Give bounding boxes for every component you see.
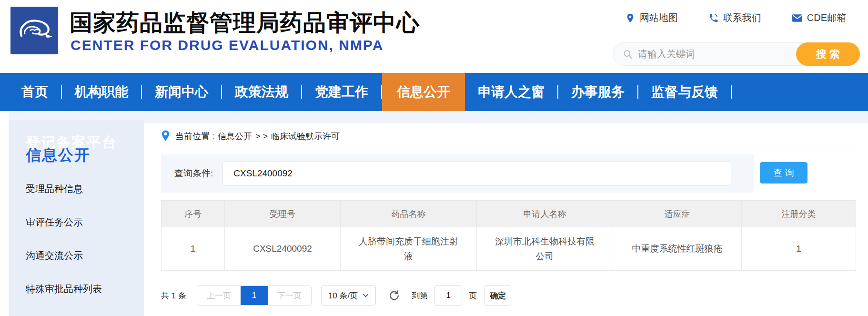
col-header-drug-name: 药品名称 (341, 201, 477, 227)
cde-logo (10, 7, 58, 54)
query-panel: 查询条件: (161, 154, 754, 193)
contact-label: 联系我们 (723, 11, 761, 24)
header-quick-links: 网站地图 联系我们 CDE邮箱 (625, 11, 846, 24)
breadcrumb-pin-icon (161, 130, 175, 143)
col-header-applicant: 申请人名称 (477, 201, 613, 227)
site-search-bar: 搜索 (613, 42, 860, 66)
sidebar-menu: 受理品种信息 审评任务公示 沟通交流公示 特殊审批品种列表 优先审评公示 (9, 172, 144, 316)
query-row: 查询条件: 查 询 (161, 154, 868, 193)
pagination-bar: 共 1 条 上一页 1 下一页 10 条/页 到第 页 确定 (161, 285, 868, 306)
query-condition-input[interactable] (222, 161, 731, 186)
query-condition-label: 查询条件: (174, 167, 213, 180)
chevron-down-icon (363, 291, 369, 300)
pager-group: 上一页 1 下一页 (197, 285, 312, 306)
nav-item-party-building[interactable]: 党建工作 (302, 73, 381, 111)
breadcrumb-section[interactable]: 信息公开 (218, 131, 252, 142)
prev-page-button[interactable]: 上一页 (197, 286, 241, 305)
nav-item-info-disclosure[interactable]: 信息公开 (382, 73, 465, 111)
sidebar-item-review-tasks[interactable]: 审评任务公示 (9, 205, 144, 239)
sidebar: 登记备案平台 信息公开 受理品种信息 审评任务公示 沟通交流公示 特殊审批品种列… (9, 120, 144, 316)
goto-page-input[interactable] (434, 285, 462, 306)
cell-drug-name: 人脐带间充质干细胞注射液 (341, 227, 477, 271)
site-subtitle: CENTER FOR DRUG EVALUATION, NMPA (71, 37, 384, 53)
results-table: 序号 受理号 药品名称 申请人名称 适应症 注册分类 1 CXSL2400092… (161, 200, 856, 271)
phone-icon (708, 13, 719, 23)
cell-acceptance-no: CXSL2400092 (225, 227, 341, 271)
sidebar-title: 信息公开 (26, 145, 144, 166)
query-button[interactable]: 查 询 (760, 162, 807, 183)
breadcrumb-current: 临床试验默示许可 (271, 131, 340, 142)
nav-item-news-center[interactable]: 新闻中心 (142, 73, 221, 111)
sidebar-item-communication[interactable]: 沟通交流公示 (9, 239, 144, 272)
main-content: 当前位置 : 信息公开 > > 临床试验默示许可 查询条件: 查 询 序号 受理… (144, 123, 868, 316)
nav-item-policies[interactable]: 政策法规 (222, 73, 301, 111)
site-title: 国家药品监督管理局药品审评中心 (70, 8, 420, 38)
nav-item-supervision-feedback[interactable]: 监督与反馈 (638, 73, 731, 111)
nav-item-home[interactable]: 首页 (9, 73, 61, 111)
cde-mail-link[interactable]: CDE邮箱 (792, 11, 846, 24)
cell-reg-category: 1 (742, 227, 856, 271)
col-header-indication: 适应症 (613, 201, 742, 227)
refresh-icon[interactable] (388, 290, 400, 302)
confirm-button[interactable]: 确定 (484, 285, 511, 306)
sidebar-item-priority-review[interactable]: 优先审评公示 (9, 306, 144, 316)
nav-separator (731, 85, 732, 99)
table-row: 1 CXSL2400092 人脐带间充质干细胞注射液 深圳市北科生物科技有限公司… (161, 227, 856, 271)
page-body: 登记备案平台 信息公开 受理品种信息 审评任务公示 沟通交流公示 特殊审批品种列… (0, 111, 868, 316)
location-pin-icon (625, 12, 636, 24)
left-gutter (0, 111, 9, 316)
next-page-button[interactable]: 下一页 (268, 286, 311, 305)
sidebar-item-accepted-varieties[interactable]: 受理品种信息 (9, 172, 144, 205)
nav-item-services[interactable]: 办事服务 (558, 73, 637, 111)
cell-seq: 1 (161, 227, 225, 271)
search-button[interactable]: 搜索 (796, 42, 860, 66)
search-input[interactable] (638, 43, 790, 65)
logo-swirl-icon (14, 10, 54, 51)
current-page-button[interactable]: 1 (241, 286, 268, 305)
cell-indication: 中重度系统性红斑狼疮 (613, 227, 742, 271)
sidebar-item-special-approval[interactable]: 特殊审批品种列表 (9, 272, 144, 306)
site-header: 国家药品监督管理局药品审评中心 CENTER FOR DRUG EVALUATI… (0, 0, 868, 73)
page-size-value: 10 条/页 (328, 290, 358, 301)
main-nav: 首页 机构职能 新闻中心 政策法规 党建工作 信息公开 申请人之窗 办事服务 监… (0, 73, 868, 111)
breadcrumb-label: 当前位置 : (175, 131, 214, 142)
nav-item-org-functions[interactable]: 机构职能 (62, 73, 141, 111)
breadcrumb: 当前位置 : 信息公开 > > 临床试验默示许可 (161, 123, 856, 150)
nav-item-applicant-window[interactable]: 申请人之窗 (465, 73, 557, 111)
goto-page-label: 到第 (412, 290, 428, 301)
search-icon (623, 49, 633, 61)
breadcrumb-separator: > > (255, 132, 268, 142)
page-size-select[interactable]: 10 条/页 (321, 285, 376, 306)
page-unit-label: 页 (469, 290, 477, 301)
sitemap-link[interactable]: 网站地图 (625, 11, 678, 24)
mail-icon (792, 13, 803, 23)
col-header-seq: 序号 (161, 201, 225, 227)
cde-mail-label: CDE邮箱 (807, 11, 846, 24)
cell-applicant: 深圳市北科生物科技有限公司 (477, 227, 613, 271)
contact-link[interactable]: 联系我们 (708, 11, 761, 24)
sitemap-label: 网站地图 (640, 11, 678, 24)
col-header-reg-category: 注册分类 (742, 201, 856, 227)
col-header-acceptance-no: 受理号 (225, 201, 341, 227)
pagination-total: 共 1 条 (161, 290, 186, 301)
table-header-row: 序号 受理号 药品名称 申请人名称 适应症 注册分类 (161, 201, 856, 227)
